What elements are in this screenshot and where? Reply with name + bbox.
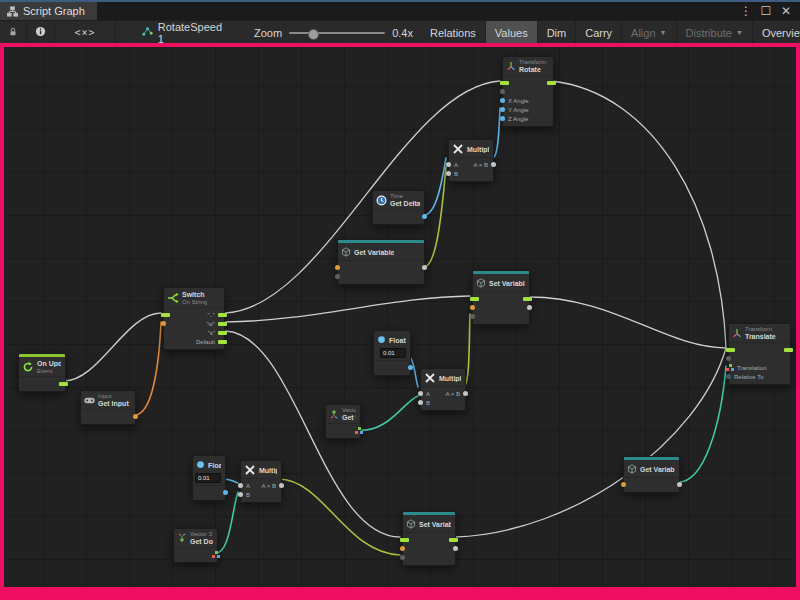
node-vector3-get-up[interactable]: Vector 3Get Up <box>325 404 361 439</box>
toolbar-button-carry[interactable]: Carry <box>576 21 622 44</box>
value-port-icon[interactable] <box>418 391 423 396</box>
zoom-slider-track[interactable] <box>289 32 385 34</box>
port-w-right[interactable]: "w" <box>206 319 227 328</box>
node-multiply-bottom[interactable]: MultiplyABA × B <box>240 460 282 503</box>
wire-switch-on-string-to-set-variable-mid[interactable] <box>225 296 470 322</box>
port-s-right[interactable]: "s" <box>208 328 227 337</box>
port-a-b-right[interactable]: A × B <box>473 160 496 169</box>
flow-port-icon[interactable] <box>218 313 227 317</box>
value-port-icon[interactable] <box>335 274 340 279</box>
port-value-right[interactable] <box>453 544 458 553</box>
flow-port-icon[interactable] <box>523 297 532 301</box>
edit-source-button[interactable]: <×> <box>55 21 116 44</box>
node-get-delta-time[interactable]: TimeGet Delta Time <box>372 190 425 225</box>
value-field[interactable]: 0.01 <box>195 473 221 483</box>
node-set-variable-bottom[interactable]: Set Variable <box>402 511 456 566</box>
node-vector3-get-down[interactable]: Vector 3Get Down <box>173 528 218 563</box>
node-multiply-top[interactable]: MultiplyABA × B <box>448 139 494 182</box>
port-value-left[interactable] <box>400 553 409 562</box>
port-value-right[interactable] <box>212 550 220 559</box>
port-value-left[interactable] <box>726 354 766 363</box>
value-port-icon[interactable] <box>279 483 284 488</box>
node-on-update[interactable]: On UpdateEvent <box>18 353 66 392</box>
vector3-port-icon[interactable] <box>726 364 734 371</box>
maximize-icon[interactable]: ☐ <box>758 4 774 18</box>
flow-port-icon[interactable] <box>161 313 170 317</box>
value-port-icon[interactable] <box>400 555 405 560</box>
flow-port-icon[interactable] <box>218 331 227 335</box>
value-port-icon[interactable] <box>418 400 423 405</box>
value-port-icon[interactable] <box>161 321 166 326</box>
wire-get-variable-top-to-multiply-top[interactable] <box>424 167 446 267</box>
port-value-left[interactable] <box>470 303 479 312</box>
value-port-icon[interactable] <box>500 116 505 121</box>
value-port-icon[interactable] <box>527 305 532 310</box>
tab-script-graph[interactable]: Script Graph <box>0 2 97 20</box>
toolbar-button-values[interactable]: Values <box>486 21 538 44</box>
node-multiply-mid[interactable]: MultiplyABA × B <box>420 368 466 411</box>
window-menu-icon[interactable]: ⋮ <box>738 4 754 18</box>
port-value-right[interactable] <box>355 426 363 435</box>
value-port-icon[interactable] <box>238 483 243 488</box>
port-value-right[interactable] <box>527 303 532 312</box>
wire-set-variable-bottom-to-translate[interactable] <box>455 348 726 537</box>
port-flow-left[interactable] <box>400 535 409 544</box>
wire-get-input-string-to-switch-on-string[interactable] <box>134 322 161 415</box>
flow-port-icon[interactable] <box>400 538 409 542</box>
flow-port-icon[interactable] <box>500 81 509 85</box>
value-field[interactable]: 0.01 <box>380 348 406 358</box>
port-value-left[interactable] <box>335 272 340 281</box>
value-port-icon[interactable] <box>422 214 427 219</box>
value-port-icon[interactable] <box>500 98 505 103</box>
lock-button[interactable] <box>0 21 27 44</box>
port-a-b-right[interactable]: A × B <box>445 389 468 398</box>
value-port-icon[interactable] <box>491 162 496 167</box>
port-a-b-right[interactable]: A × B <box>261 481 284 490</box>
zoom-slider-knob[interactable] <box>308 29 319 40</box>
port-default-right[interactable]: Default <box>196 337 227 346</box>
port-value-right[interactable] <box>223 488 228 497</box>
port-flow-left[interactable] <box>726 345 766 354</box>
node-switch-on-string[interactable]: SwitchOn String"..""w""s"Default <box>163 287 225 350</box>
close-icon[interactable]: ✕ <box>778 4 794 18</box>
value-port-icon[interactable] <box>335 265 340 270</box>
flow-port-icon[interactable] <box>59 382 68 386</box>
node-set-variable-mid[interactable]: Set Variable <box>472 270 530 325</box>
port-relative-to-left[interactable]: Relative To <box>726 372 766 381</box>
value-port-icon[interactable] <box>500 89 505 94</box>
port-flow-right[interactable] <box>547 78 556 87</box>
port-a-left[interactable]: A <box>238 481 250 490</box>
value-port-icon[interactable] <box>621 482 626 487</box>
port-value-right[interactable] <box>422 212 427 221</box>
node-rotate[interactable]: TransformRotateX AngleY AngleZ Angle <box>502 56 554 127</box>
port-value-right[interactable] <box>677 480 682 489</box>
value-port-icon[interactable] <box>453 546 458 551</box>
value-port-icon[interactable] <box>726 356 731 361</box>
graph-canvas[interactable]: On UpdateEventInputGet Input StringSwitc… <box>0 43 800 600</box>
node-translate[interactable]: TransformTranslateTranslationRelative To <box>728 323 791 385</box>
toolbar-button-align[interactable]: Align▼ <box>622 21 676 44</box>
port-value-right[interactable] <box>422 263 427 272</box>
toolbar-button-distribute[interactable]: Distribute▼ <box>677 21 753 44</box>
port--right[interactable]: ".." <box>207 310 227 319</box>
port-a-left[interactable]: A <box>446 160 458 169</box>
node-get-input-string[interactable]: InputGet Input String <box>80 390 136 425</box>
wire-get-variable-bottom-right-to-translate[interactable] <box>678 366 726 482</box>
value-port-icon[interactable] <box>470 314 475 319</box>
port-value-left[interactable] <box>500 87 529 96</box>
port-value-left[interactable] <box>161 319 170 328</box>
vector3-port-icon[interactable] <box>355 427 363 434</box>
port-flow-right[interactable] <box>523 294 532 303</box>
flow-port-icon[interactable] <box>726 348 735 352</box>
value-port-icon[interactable] <box>422 265 427 270</box>
port-b-left[interactable]: B <box>418 398 430 407</box>
wire-on-update-to-switch-on-string[interactable] <box>64 313 161 381</box>
inspect-button[interactable] <box>27 21 55 44</box>
wire-vector3-get-down-to-multiply-bottom[interactable] <box>215 492 238 553</box>
value-port-icon[interactable] <box>726 374 731 379</box>
port-translation-left[interactable]: Translation <box>726 363 766 372</box>
wire-rotate-to-translate[interactable] <box>552 81 726 348</box>
port-value-left[interactable] <box>470 312 479 321</box>
port-value-left[interactable] <box>400 544 409 553</box>
value-port-icon[interactable] <box>400 546 405 551</box>
